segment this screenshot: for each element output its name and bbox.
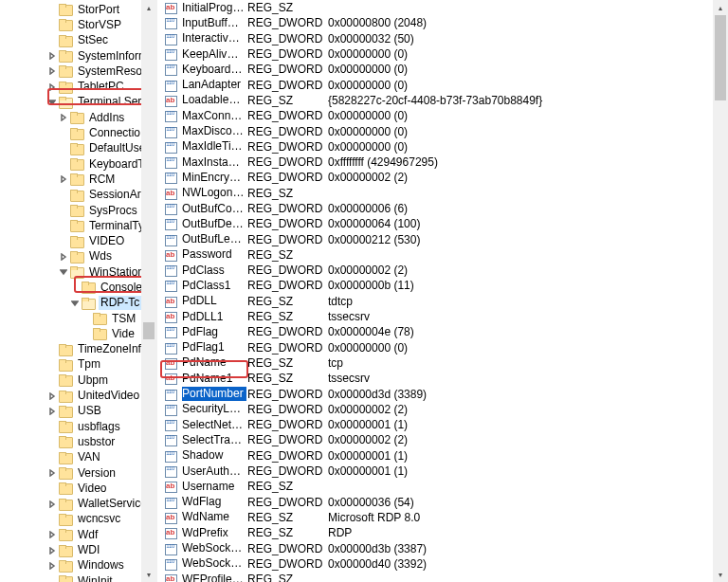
list-scrollbar[interactable]: ▴ ▾ xyxy=(713,0,728,582)
scroll-down-icon[interactable]: ▾ xyxy=(141,567,156,582)
registry-value-row[interactable]: WdPrefixREG_SZRDP xyxy=(157,525,728,540)
tree-item[interactable]: AddIns xyxy=(0,110,156,125)
tree-item[interactable]: USB xyxy=(0,404,156,419)
tree-item[interactable]: DefaultUse xyxy=(0,141,156,156)
tree-item[interactable]: Wdf xyxy=(0,527,156,542)
registry-value-row[interactable]: PdDLLREG_SZtdtcp xyxy=(157,294,728,309)
tree-item[interactable]: SystemInforma xyxy=(0,48,156,64)
scroll-down-icon[interactable]: ▾ xyxy=(713,567,728,582)
registry-value-row[interactable]: UserAuthentica...REG_DWORD0x00000001 (1) xyxy=(157,464,728,479)
chevron-right-icon[interactable] xyxy=(57,110,69,125)
registry-value-row[interactable]: PdName1REG_SZtssecsrv xyxy=(157,371,728,386)
tree-item[interactable]: RDP-Tc xyxy=(0,296,156,311)
tree-item[interactable]: VAN xyxy=(0,450,156,465)
registry-value-row[interactable]: NWLogonServerREG_SZ xyxy=(157,186,728,201)
registry-value-row[interactable]: PasswordREG_SZ xyxy=(157,247,728,263)
registry-value-row[interactable]: PdFlag1REG_DWORD0x00000000 (0) xyxy=(157,340,728,355)
tree-item[interactable]: WDI xyxy=(0,542,156,557)
chevron-down-icon[interactable] xyxy=(68,296,81,311)
tree-item[interactable]: StorVSP xyxy=(0,17,156,32)
tree-item[interactable]: VIDEO xyxy=(0,233,156,248)
chevron-right-icon[interactable] xyxy=(46,80,58,95)
chevron-right-icon[interactable] xyxy=(46,48,58,64)
chevron-right-icon[interactable] xyxy=(46,465,58,481)
tree-item[interactable]: KeyboardT xyxy=(0,156,156,172)
tree-item[interactable]: RCM xyxy=(0,172,156,187)
registry-value-row[interactable]: WebSocketTlsLi...REG_DWORD0x00000d40 (33… xyxy=(157,556,728,572)
registry-value-row[interactable]: PdNameREG_SZtcp xyxy=(157,355,728,371)
tree-item[interactable]: wcncsvc xyxy=(0,512,156,527)
registry-value-row[interactable]: UsernameREG_SZ xyxy=(157,479,728,494)
scroll-thumb[interactable] xyxy=(143,322,155,339)
tree-item[interactable]: TabletPC xyxy=(0,79,156,94)
tree-item[interactable]: Console xyxy=(0,280,156,295)
chevron-right-icon[interactable] xyxy=(57,172,69,187)
registry-value-row[interactable]: MaxDisconnect...REG_DWORD0x00000000 (0) xyxy=(157,123,728,138)
tree-item[interactable]: SystemResou xyxy=(0,64,156,79)
registry-value-row[interactable]: SecurityLayerREG_DWORD0x00000002 (2) xyxy=(157,402,728,417)
chevron-right-icon[interactable] xyxy=(46,497,58,512)
chevron-right-icon[interactable] xyxy=(46,404,58,419)
registry-value-row[interactable]: OutBufCountREG_DWORD0x00000006 (6) xyxy=(157,201,728,216)
registry-value-row[interactable]: PortNumberREG_DWORD0x00000d3d (3389) xyxy=(157,386,728,401)
tree-item[interactable]: usbstor xyxy=(0,434,156,449)
chevron-right-icon[interactable] xyxy=(46,558,58,573)
registry-value-row[interactable]: KeyboardLayoutREG_DWORD0x00000000 (0) xyxy=(157,62,728,77)
tree-item[interactable]: TSM xyxy=(0,311,156,326)
tree-item[interactable]: TimeZoneInfo xyxy=(0,342,156,357)
registry-value-row[interactable]: ShadowREG_DWORD0x00000001 (1) xyxy=(157,448,728,464)
registry-value-row[interactable]: PdClass1REG_DWORD0x0000000b (11) xyxy=(157,278,728,293)
tree-item[interactable]: Wds xyxy=(0,249,156,264)
tree-item[interactable]: Ubpm xyxy=(0,373,156,388)
scroll-up-icon[interactable]: ▴ xyxy=(713,0,728,15)
chevron-right-icon[interactable] xyxy=(46,64,58,79)
tree-item[interactable]: Vide xyxy=(0,326,156,341)
registry-value-row[interactable]: KeepAliveTimeo...REG_DWORD0x00000000 (0) xyxy=(157,46,728,62)
registry-value-row[interactable]: PdClassREG_DWORD0x00000002 (2) xyxy=(157,263,728,278)
registry-value-row[interactable]: MaxInstanceCo...REG_DWORD0xffffffff (429… xyxy=(157,155,728,170)
registry-value-row[interactable]: PdFlagREG_DWORD0x0000004e (78) xyxy=(157,324,728,339)
registry-value-row[interactable]: InputBufferLen...REG_DWORD0x00000800 (20… xyxy=(157,15,728,30)
tree-item[interactable]: Terminal Serv xyxy=(0,95,156,110)
registry-value-row[interactable]: MinEncryptionL...REG_DWORD0x00000002 (2) xyxy=(157,170,728,185)
chevron-right-icon[interactable] xyxy=(46,389,58,404)
registry-value-row[interactable]: MaxConnection...REG_DWORD0x00000000 (0) xyxy=(157,108,728,123)
tree-item[interactable]: UnitedVideo xyxy=(0,388,156,403)
registry-value-row[interactable]: SelectTransportREG_DWORD0x00000002 (2) xyxy=(157,432,728,447)
scroll-up-icon[interactable]: ▴ xyxy=(141,0,156,15)
chevron-right-icon[interactable] xyxy=(46,527,58,542)
tree-item[interactable]: SysProcs xyxy=(0,203,156,218)
registry-value-row[interactable]: PdDLL1REG_SZtssecsrv xyxy=(157,309,728,324)
tree-item[interactable]: WinInit xyxy=(0,573,156,582)
registry-value-row[interactable]: InteractiveDelayREG_DWORD0x00000032 (50) xyxy=(157,31,728,46)
scroll-thumb[interactable] xyxy=(715,15,726,100)
tree-item[interactable]: Windows xyxy=(0,558,156,573)
tree-item[interactable]: WalletService xyxy=(0,497,156,512)
tree-item[interactable]: Video xyxy=(0,481,156,496)
registry-value-row[interactable]: InitialProgramREG_SZ xyxy=(157,0,728,15)
chevron-down-icon[interactable] xyxy=(46,95,58,110)
tree-item[interactable]: Version xyxy=(0,465,156,481)
tree-item[interactable]: Tpm xyxy=(0,357,156,373)
registry-value-row[interactable]: LanAdapterREG_DWORD0x00000000 (0) xyxy=(157,77,728,92)
tree-item[interactable]: TerminalTy xyxy=(0,218,156,233)
registry-value-row[interactable]: LoadableProtoc...REG_SZ{5828227c-20cf-44… xyxy=(157,93,728,108)
chevron-right-icon[interactable] xyxy=(57,249,69,264)
tree-item[interactable]: usbflags xyxy=(0,419,156,434)
registry-value-row[interactable]: WFProfilePathREG_SZ xyxy=(157,572,728,582)
chevron-right-icon[interactable] xyxy=(46,543,58,558)
tree-scrollbar[interactable]: ▴ ▾ xyxy=(141,0,156,582)
registry-value-row[interactable]: OutBufDelayREG_DWORD0x00000064 (100) xyxy=(157,216,728,231)
tree-item[interactable]: StorPort xyxy=(0,2,156,17)
tree-item[interactable]: WinStation xyxy=(0,264,156,280)
registry-value-row[interactable]: MaxIdleTimeREG_DWORD0x00000000 (0) xyxy=(157,139,728,155)
registry-value-row[interactable]: WebSocketListe...REG_DWORD0x00000d3b (33… xyxy=(157,540,728,555)
tree-item[interactable]: StSec xyxy=(0,33,156,48)
tree-item[interactable]: SessionArb xyxy=(0,188,156,203)
registry-value-row[interactable]: OutBufLengthREG_DWORD0x00000212 (530) xyxy=(157,231,728,246)
registry-value-row[interactable]: WdFlagREG_DWORD0x00000036 (54) xyxy=(157,495,728,510)
chevron-down-icon[interactable] xyxy=(57,264,69,280)
tree-item[interactable]: Connectio xyxy=(0,125,156,140)
registry-value-row[interactable]: SelectNetwork...REG_DWORD0x00000001 (1) xyxy=(157,417,728,432)
registry-value-row[interactable]: WdNameREG_SZMicrosoft RDP 8.0 xyxy=(157,510,728,525)
